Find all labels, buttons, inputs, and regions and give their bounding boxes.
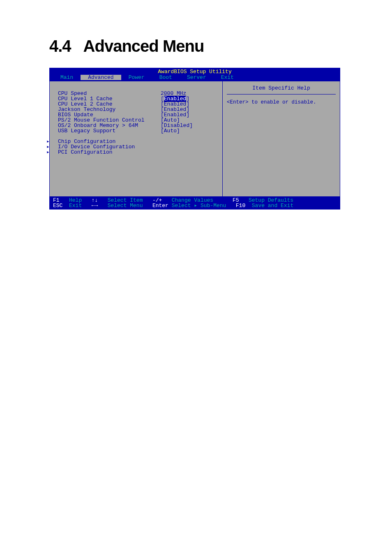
footer-action: Save and Exit	[252, 203, 293, 208]
footer-key: Enter	[152, 203, 168, 208]
footer-action: Select ▸ Sub-Menu	[172, 203, 226, 208]
help-title: Item Specific Help	[227, 81, 336, 94]
tab-boot[interactable]: Boot	[152, 75, 180, 80]
setting-row[interactable]: USB Legacy Support [Auto]	[52, 128, 220, 134]
submenu-arrow-icon: ▸	[46, 150, 50, 155]
tab-main[interactable]: Main	[53, 75, 81, 80]
tab-advanced[interactable]: Advanced	[81, 75, 121, 80]
section-title: Advanced Menu	[83, 37, 204, 55]
tab-server[interactable]: Server	[180, 75, 214, 80]
bios-footer: F1 Help ↑↓ Select Item -/+ Change Values…	[50, 196, 340, 209]
bios-screenshot: AwardBIOS Setup Utility Main Advanced Po…	[49, 68, 340, 210]
bios-title: AwardBIOS Setup Utility	[50, 68, 340, 75]
setting-value: [Auto]	[161, 128, 210, 134]
section-number: 4.4	[49, 37, 71, 55]
help-text: <Enter> to enable or disable.	[227, 99, 336, 105]
submenu-label: PCI Configuration	[52, 149, 113, 155]
setting-label: USB Legacy Support	[52, 128, 161, 134]
footer-action: Exit	[69, 203, 82, 208]
help-pane: Item Specific Help <Enter> to enable or …	[222, 81, 340, 196]
section-heading: 4.4Advanced Menu	[49, 37, 343, 55]
settings-pane: CPU Speed 2000 MHz CPU Level 1 Cache [En…	[50, 81, 222, 196]
submenu-row[interactable]: ▸ PCI Configuration	[52, 150, 220, 155]
tab-exit[interactable]: Exit	[214, 75, 241, 80]
footer-action: Select Menu	[108, 203, 143, 208]
tab-power[interactable]: Power	[121, 75, 152, 80]
bios-menubar: Main Advanced Power Boot Server Exit	[50, 75, 340, 81]
footer-key: F10	[236, 203, 245, 208]
footer-key: ←→	[92, 203, 98, 208]
footer-key: ESC	[53, 203, 62, 208]
